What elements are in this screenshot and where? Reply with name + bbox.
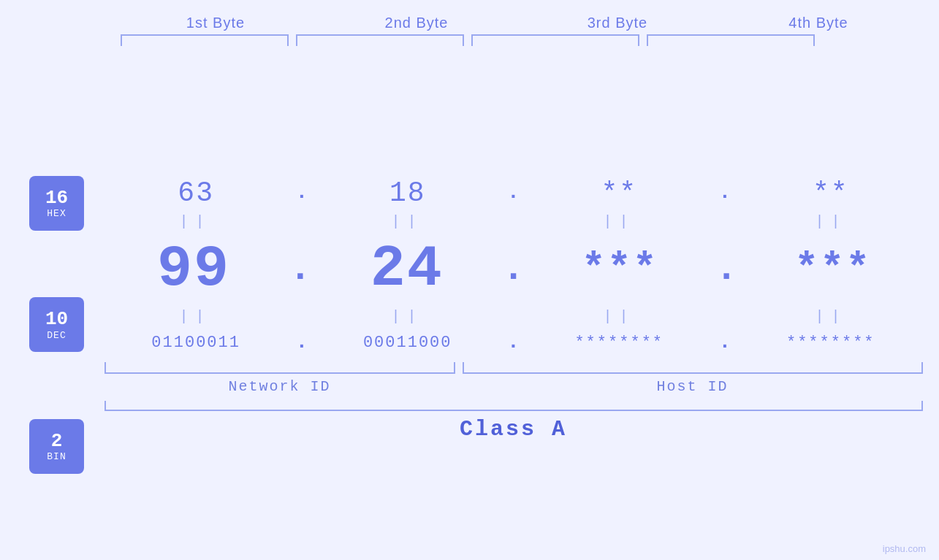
byte-headers: 1st Byte 2nd Byte 3rd Byte 4th Byte (115, 15, 919, 31)
dot-hex-1: . (296, 181, 308, 205)
byte4-header: 4th Byte (731, 15, 906, 31)
dot-dec-3: . (715, 248, 737, 291)
hex-val-1: 63 (178, 177, 214, 209)
byte1-header: 1st Byte (128, 15, 303, 31)
data-area: 63 . 18 . ** . ** || || (104, 164, 930, 442)
dec-val-1: 99 (157, 236, 230, 302)
top-bracket-3 (471, 34, 639, 46)
hex-cell-3: ** (535, 177, 703, 209)
dec-badge-num: 10 (45, 309, 68, 330)
dot-hex-2: . (507, 181, 520, 205)
hex-val-3: ** (601, 177, 637, 209)
byte3-header: 3rd Byte (530, 15, 705, 31)
dec-row: 99 . 24 . *** . *** (104, 231, 923, 307)
byte2-header: 2nd Byte (329, 15, 504, 31)
hex-cell-1: 63 (112, 177, 280, 209)
hex-badge: 16 HEX (29, 176, 84, 231)
badges-column: 16 HEX 10 DEC 2 BIN (9, 99, 104, 507)
top-bracket-1 (121, 34, 289, 46)
equals-row-2: || || || || (104, 307, 923, 326)
id-labels-row: Network ID Host ID (104, 378, 923, 395)
bin-val-3: ******** (574, 334, 664, 352)
equals-2-3: || (536, 308, 704, 325)
dec-badge: 10 DEC (29, 297, 84, 352)
dot-dec-1: . (289, 248, 311, 291)
bin-cell-2: 00011000 (324, 334, 492, 352)
bin-val-1: 01100011 (151, 334, 240, 352)
dot-hex-3: . (719, 181, 731, 205)
bin-cell-3: ******** (535, 334, 703, 352)
bin-val-4: ******** (786, 334, 875, 352)
hex-row: 63 . 18 . ** . ** (104, 164, 923, 212)
bin-cell-1: 01100011 (112, 334, 280, 352)
top-bracket-4 (647, 34, 815, 46)
hex-cell-4: ** (747, 177, 915, 209)
dec-val-3: *** (582, 246, 658, 292)
network-id-bracket (104, 362, 455, 374)
top-bracket-2 (296, 34, 464, 46)
bin-row: 01100011 . 00011000 . ******** . *******… (104, 326, 923, 358)
equals-1-1: || (112, 213, 280, 230)
bottom-brackets-row (104, 362, 923, 374)
hex-cell-2: 18 (324, 177, 492, 209)
bin-cell-4: ******** (747, 334, 915, 352)
host-id-label: Host ID (463, 378, 923, 395)
watermark: ipshu.com (883, 543, 926, 554)
class-label-container: Class A (104, 417, 923, 442)
dec-cell-4: *** (749, 246, 917, 292)
dec-cell-1: 99 (110, 236, 278, 302)
bin-badge-num: 2 (51, 431, 63, 452)
dec-val-4: *** (794, 246, 871, 292)
bin-badge-label: BIN (47, 451, 66, 462)
equals-row-1: || || || || (104, 212, 923, 231)
dec-badge-label: DEC (47, 330, 66, 341)
equals-1-3: || (536, 213, 704, 230)
class-label: Class A (460, 417, 567, 442)
main-container: 1st Byte 2nd Byte 3rd Byte 4th Byte 16 H… (0, 0, 939, 560)
equals-2-2: || (324, 308, 492, 325)
top-brackets (117, 34, 935, 46)
equals-1-4: || (748, 213, 916, 230)
dec-cell-2: 24 (323, 236, 491, 302)
hex-badge-num: 16 (45, 188, 68, 209)
main-area: 16 HEX 10 DEC 2 BIN 63 . 18 (9, 46, 930, 560)
equals-2-4: || (748, 308, 916, 325)
hex-badge-label: HEX (47, 208, 66, 219)
dec-cell-3: *** (536, 246, 704, 292)
dot-bin-1: . (296, 331, 308, 355)
hex-val-4: ** (813, 177, 849, 209)
dot-dec-2: . (502, 248, 525, 291)
host-id-bracket (463, 362, 923, 374)
network-id-label: Network ID (104, 378, 455, 395)
bin-val-2: 00011000 (363, 334, 452, 352)
equals-1-2: || (324, 213, 492, 230)
hex-val-2: 18 (389, 177, 426, 209)
equals-2-1: || (112, 308, 280, 325)
class-bracket (104, 401, 923, 411)
bin-badge: 2 BIN (29, 419, 84, 474)
dot-bin-2: . (507, 331, 520, 355)
dot-bin-3: . (719, 331, 731, 355)
dec-val-2: 24 (370, 236, 444, 302)
